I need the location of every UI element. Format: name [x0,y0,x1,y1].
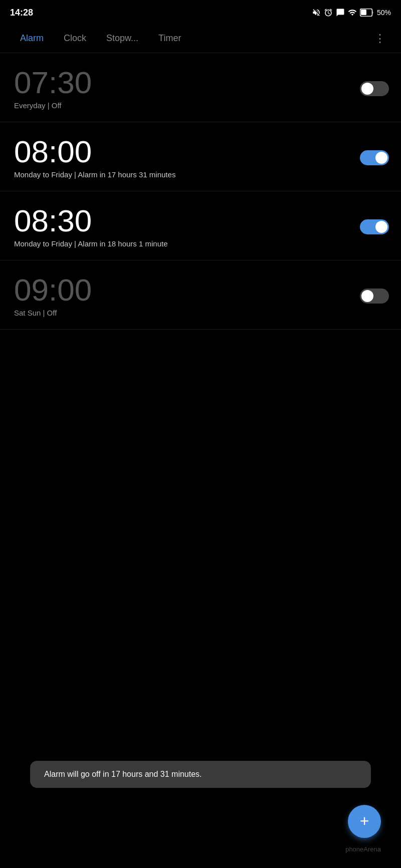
status-bar: 14:28 50% [0,0,401,24]
tab-clock[interactable]: Clock [54,29,96,48]
add-icon: + [360,813,369,829]
message-icon [336,8,345,17]
alarm-toggle-0830[interactable] [360,219,389,234]
tab-alarm[interactable]: Alarm [10,29,54,48]
alarm-list: 07:30 Everyday | Off 08:00 Monday to Fri… [0,53,401,330]
alarm-subtitle-0900: Sat Sun | Off [14,309,92,317]
alarm-clock-icon [324,8,333,17]
snackbar-text: Alarm will go off in 17 hours and 31 min… [44,770,202,778]
snackbar: Alarm will go off in 17 hours and 31 min… [30,761,371,788]
toggle-knob-0730 [361,83,373,95]
add-alarm-button[interactable]: + [348,805,381,838]
alarm-item-0730[interactable]: 07:30 Everyday | Off [0,53,401,122]
alarm-info-0830: 08:30 Monday to Friday | Alarm in 18 hou… [14,205,168,248]
alarm-toggle-0730[interactable] [360,81,389,96]
battery-icon [360,9,374,17]
tab-timer[interactable]: Timer [148,29,191,48]
alarm-time-0900: 09:00 [14,274,92,306]
alarm-info-0800: 08:00 Monday to Friday | Alarm in 17 hou… [14,136,175,179]
alarm-toggle-0800[interactable] [360,150,389,165]
alarm-time-0730: 07:30 [14,67,92,98]
alarm-toggle-0900[interactable] [360,288,389,304]
tab-bar: Alarm Clock Stopw... Timer ⋮ [0,24,401,53]
tab-stopwatch[interactable]: Stopw... [96,29,148,48]
alarm-subtitle-0730: Everyday | Off [14,101,92,110]
watermark: phoneArena [345,845,381,853]
alarm-time-0830: 08:30 [14,205,168,236]
toggle-knob-0900 [361,290,373,302]
svg-rect-1 [361,10,366,15]
toggle-knob-0800 [375,152,387,164]
status-time: 14:28 [10,8,33,18]
alarm-subtitle-0800: Monday to Friday | Alarm in 17 hours 31 … [14,170,175,179]
toggle-knob-0830 [375,221,387,233]
status-icons: 50% [312,8,391,17]
alarm-item-0900[interactable]: 09:00 Sat Sun | Off [0,260,401,330]
mute-icon [312,8,321,17]
alarm-item-0830[interactable]: 08:30 Monday to Friday | Alarm in 18 hou… [0,191,401,260]
wifi-icon [348,8,357,17]
battery-percentage: 50% [377,9,391,17]
alarm-item-0800[interactable]: 08:00 Monday to Friday | Alarm in 17 hou… [0,122,401,191]
alarm-info-0730: 07:30 Everyday | Off [14,67,92,110]
alarm-subtitle-0830: Monday to Friday | Alarm in 18 hours 1 m… [14,239,168,248]
alarm-info-0900: 09:00 Sat Sun | Off [14,274,92,317]
alarm-time-0800: 08:00 [14,136,175,167]
more-options-button[interactable]: ⋮ [369,30,391,47]
